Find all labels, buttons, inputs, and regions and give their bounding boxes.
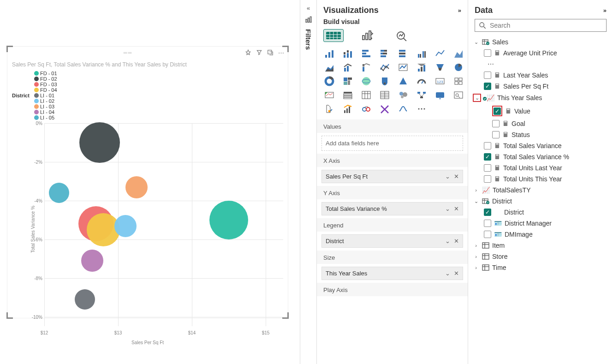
viz-type-2[interactable] <box>358 48 374 60</box>
checkbox[interactable] <box>484 231 491 238</box>
legend-field-pill[interactable]: District ⌄✕ <box>321 234 463 248</box>
chevron-down-icon[interactable]: ⌄ <box>445 173 450 180</box>
bubble-fd-02[interactable] <box>79 122 120 163</box>
resize-handle-br[interactable] <box>282 312 289 319</box>
field-district[interactable]: ✓District <box>472 207 609 218</box>
viz-type-37[interactable] <box>414 103 429 115</box>
bubble-li-02[interactable] <box>114 215 137 237</box>
collapse-visualizations-icon[interactable]: » <box>458 7 461 14</box>
field-total-units-this-year[interactable]: 🖩Total Units This Year <box>472 173 609 185</box>
data-search-input[interactable] <box>490 22 602 29</box>
collapse-data-icon[interactable]: » <box>603 7 607 14</box>
visual-drag-handle[interactable]: ══ <box>11 50 245 55</box>
legend-item[interactable]: FD - 03 <box>34 82 57 87</box>
checkbox[interactable] <box>484 142 491 149</box>
bubble-li-03[interactable] <box>125 176 148 198</box>
chevron-right-icon[interactable]: › <box>473 243 479 248</box>
build-visual-tab[interactable] <box>323 29 344 42</box>
table-time[interactable]: ›Time <box>472 262 609 273</box>
chevron-down-icon[interactable]: ⌄ <box>474 95 480 101</box>
remove-field-icon[interactable]: ✕ <box>454 238 459 245</box>
viz-type-8[interactable] <box>321 61 337 73</box>
viz-type-20[interactable] <box>395 75 411 87</box>
viz-type-15[interactable] <box>451 61 466 73</box>
viz-type-10[interactable] <box>358 61 374 73</box>
viz-type-0[interactable] <box>321 48 337 60</box>
viz-type-31[interactable] <box>451 89 466 101</box>
legend-item[interactable]: FD - 04 <box>34 87 57 93</box>
resize-handle-bl[interactable] <box>6 312 13 319</box>
viz-type-36[interactable] <box>395 103 411 115</box>
legend-item[interactable]: FD - 01 <box>34 71 57 76</box>
checkbox[interactable] <box>484 72 491 79</box>
data-search-box[interactable] <box>475 19 607 32</box>
table-item[interactable]: ›Item <box>472 240 609 251</box>
viz-type-13[interactable] <box>414 61 429 73</box>
legend-item[interactable]: FD - 02 <box>34 76 57 82</box>
chevron-down-icon[interactable]: ⌄ <box>445 205 450 212</box>
resize-handle-tr[interactable] <box>282 46 289 52</box>
field-dm-image[interactable]: 🪪DMImage <box>472 229 609 240</box>
viz-type-30[interactable] <box>432 89 448 101</box>
field-total-sales-variance[interactable]: 🖩Total Sales Variance <box>472 140 609 151</box>
bubble-fd-01[interactable] <box>209 201 248 239</box>
chevron-down-icon[interactable]: ⌄ <box>445 270 450 277</box>
field-last-year-sales[interactable]: 🖩Last Year Sales <box>472 70 609 81</box>
chevron-right-icon[interactable]: › <box>473 254 479 259</box>
field-total-units-last-year[interactable]: 🖩Total Units Last Year <box>472 162 609 173</box>
viz-type-17[interactable] <box>340 75 356 87</box>
viz-type-27[interactable] <box>377 89 393 101</box>
viz-type-26[interactable] <box>358 89 374 101</box>
viz-type-18[interactable] <box>358 75 374 87</box>
legend-item[interactable]: LI - 05 <box>34 115 57 120</box>
scatter-chart-visual[interactable]: ══ ⋯ Sales Per Sq Ft, Total Sales Varian… <box>7 46 288 318</box>
viz-type-4[interactable] <box>395 48 411 60</box>
field-this-year-sales[interactable]: ⌄ 📈 This Year Sales <box>472 92 609 104</box>
filter-icon[interactable] <box>256 49 262 56</box>
legend-item[interactable]: LI - 01 <box>34 93 57 98</box>
legend-item[interactable]: LI - 04 <box>34 109 57 115</box>
focus-mode-icon[interactable] <box>267 49 274 56</box>
table-district[interactable]: ⌄ District <box>472 196 609 207</box>
remove-field-icon[interactable]: ✕ <box>454 270 459 277</box>
viz-type-1[interactable] <box>340 48 356 60</box>
viz-type-5[interactable] <box>414 48 429 60</box>
viz-type-16[interactable] <box>321 75 337 87</box>
checkbox-checked[interactable]: ✓ <box>484 153 491 161</box>
viz-type-25[interactable] <box>340 89 356 101</box>
checkbox[interactable] <box>484 220 491 227</box>
expand-filters-icon[interactable]: « <box>307 5 310 12</box>
viz-type-33[interactable] <box>340 103 356 115</box>
field-total-sales-variance-pct[interactable]: ✓🖩Total Sales Variance % <box>472 151 609 162</box>
xaxis-field-pill[interactable]: Sales Per Sq Ft ⌄✕ <box>321 170 463 183</box>
viz-type-19[interactable] <box>377 75 393 87</box>
remove-field-icon[interactable]: ✕ <box>454 173 459 180</box>
chevron-right-icon[interactable]: › <box>473 187 479 193</box>
field-total-sales-ty[interactable]: ›📈TotalSalesTY <box>472 185 609 196</box>
chevron-down-icon[interactable]: ⌄ <box>445 238 450 245</box>
viz-type-24[interactable] <box>321 89 337 101</box>
field-sales-per-sq-ft[interactable]: ✓🖩Sales Per Sq Ft <box>472 81 609 92</box>
viz-type-35[interactable] <box>377 103 393 115</box>
analytics-tab[interactable] <box>392 29 412 42</box>
checkbox-checked[interactable]: ✓ <box>484 83 491 90</box>
checkbox[interactable] <box>492 120 500 127</box>
size-field-pill[interactable]: This Year Sales ⌄✕ <box>321 267 463 280</box>
field-average-unit-price[interactable]: 🖩Average Unit Price <box>472 48 609 59</box>
viz-type-29[interactable] <box>414 89 429 101</box>
remove-field-icon[interactable]: ✕ <box>454 205 459 212</box>
field-this-year-sales-status[interactable]: 🖩Status <box>472 129 609 140</box>
table-store[interactable]: ›Store <box>472 251 609 262</box>
viz-type-14[interactable] <box>432 61 448 73</box>
bubble-li-01[interactable] <box>75 289 95 310</box>
values-dropzone[interactable]: Add data fields here <box>321 136 463 151</box>
viz-type-22[interactable]: 123 <box>432 75 448 87</box>
field-this-year-sales-value[interactable]: ✓🖩Value <box>472 104 609 118</box>
checkbox-checked[interactable]: ✓ <box>494 107 501 115</box>
checkbox-checked[interactable]: ✓ <box>484 209 491 216</box>
viz-type-6[interactable] <box>432 48 448 60</box>
resize-handle-tl[interactable] <box>6 46 13 52</box>
viz-type-34[interactable] <box>358 103 374 115</box>
viz-type-28[interactable] <box>395 89 411 101</box>
pin-icon[interactable] <box>245 49 251 56</box>
